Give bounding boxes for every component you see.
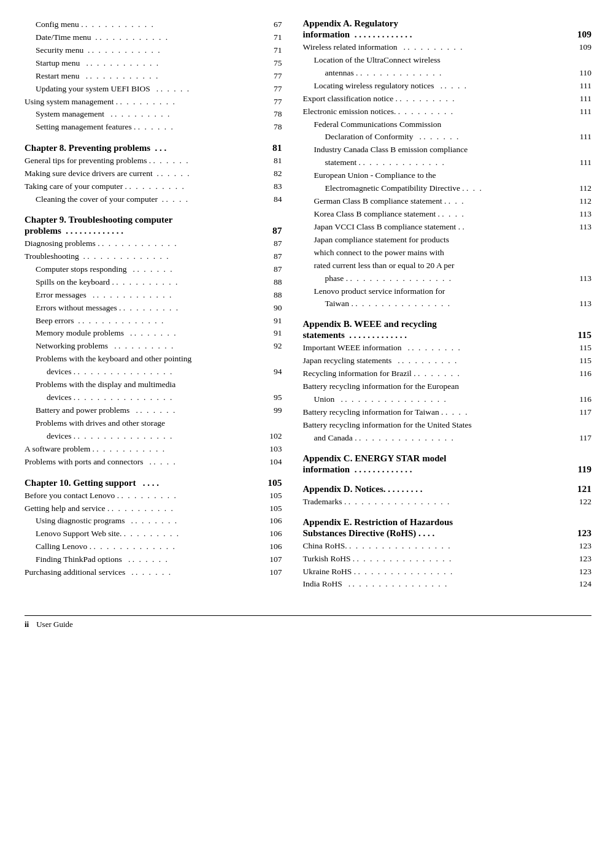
list-item: India RoHS . . . . . . . . . . . . . . .… bbox=[303, 578, 591, 591]
list-item: Important WEEE information . . . . . . .… bbox=[303, 342, 591, 355]
chapter-9-section: Chapter 9. Troubleshooting computer prob… bbox=[25, 215, 282, 469]
list-item: Startup menu . . . . . . . . . . . . 75 bbox=[25, 57, 282, 70]
list-item: Ukraine RoHS . . . . . . . . . . . . . .… bbox=[303, 566, 591, 578]
list-item: Problems with drives and other storage d… bbox=[25, 417, 282, 443]
export-classification-notice: Export classification notice . . . . . .… bbox=[303, 93, 591, 106]
list-item: Battery recycling information for the Eu… bbox=[303, 380, 591, 406]
appendix-c-section: Appendix C. ENERGY STAR model informatio… bbox=[303, 453, 591, 475]
list-item: Finding ThinkPad options . . . . . . . 1… bbox=[25, 553, 282, 566]
list-item: Lenovo product service information for T… bbox=[303, 285, 591, 311]
list-item: Battery and power problems . . . . . . .… bbox=[25, 404, 282, 417]
list-item: Restart menu . . . . . . . . . . . . 77 bbox=[25, 70, 282, 83]
list-item: Cleaning the cover of your computer . . … bbox=[25, 193, 282, 206]
list-item: Date/Time menu . . . . . . . . . . . . 7… bbox=[25, 31, 282, 44]
chapter-10-section: Chapter 10. Getting support . . . . 105 … bbox=[25, 477, 282, 579]
list-item: Recycling information for Brazil . . . .… bbox=[303, 367, 591, 380]
appendix-b-heading: Appendix B. WEEE and recycling statement… bbox=[303, 319, 591, 340]
list-item: Trademarks . . . . . . . . . . . . . . .… bbox=[303, 496, 591, 509]
list-item: Federal Communications Commission Declar… bbox=[303, 118, 591, 144]
chapter-10-heading: Chapter 10. Getting support . . . . 105 bbox=[25, 477, 282, 488]
appendix-a-heading: Appendix A. Regulatory information . . .… bbox=[303, 18, 591, 40]
list-item: Config menu . . . . . . . . . . . . 67 bbox=[25, 18, 282, 31]
list-item: Problems with ports and connectors . . .… bbox=[25, 456, 282, 469]
list-item: Locating wireless regulatory notices . .… bbox=[303, 80, 591, 93]
appendix-e-section: Appendix E. Restriction of Hazardous Sub… bbox=[303, 517, 591, 591]
list-item: Security menu . . . . . . . . . . . . 71 bbox=[25, 44, 282, 57]
list-item: Spills on the keyboard . . . . . . . . .… bbox=[25, 276, 282, 289]
list-item: Japan compliance statement for products … bbox=[303, 234, 591, 285]
list-item: Troubleshooting . . . . . . . . . . . . … bbox=[25, 250, 282, 263]
list-item: Battery recycling information for the Un… bbox=[303, 419, 591, 445]
list-item: Japan VCCI Class B compliance statement … bbox=[303, 221, 591, 234]
list-item: Networking problems . . . . . . . . . . … bbox=[25, 340, 282, 353]
page-footer: ii User Guide bbox=[25, 615, 591, 629]
list-item: A software problem . . . . . . . . . . .… bbox=[25, 443, 282, 456]
left-column: Config menu . . . . . . . . . . . . 67 D… bbox=[25, 18, 297, 591]
list-item: Wireless related information . . . . . .… bbox=[303, 41, 591, 54]
list-item: Electronic emission notices. . . . . . .… bbox=[303, 106, 591, 118]
list-item: Memory module problems . . . . . . . . 9… bbox=[25, 327, 282, 340]
initial-entries: Config menu . . . . . . . . . . . . 67 D… bbox=[25, 18, 282, 134]
list-item: System management . . . . . . . . . . 78 bbox=[25, 108, 282, 121]
list-item: China RoHS. . . . . . . . . . . . . . . … bbox=[303, 540, 591, 553]
page-container: Config menu . . . . . . . . . . . . 67 D… bbox=[25, 18, 591, 591]
list-item: Errors without messages . . . . . . . . … bbox=[25, 302, 282, 315]
footer-label: User Guide bbox=[36, 620, 73, 629]
list-item: Turkish RoHS . . . . . . . . . . . . . .… bbox=[303, 553, 591, 566]
list-item: Using system management . . . . . . . . … bbox=[25, 96, 282, 109]
list-item: Korea Class B compliance statement . . .… bbox=[303, 208, 591, 221]
list-item: Lenovo Support Web site. . . . . . . . .… bbox=[25, 528, 282, 540]
list-item: Location of the UltraConnect wireless an… bbox=[303, 54, 591, 80]
list-item: Taking care of your computer . . . . . .… bbox=[25, 180, 282, 193]
list-item: Setting management features . . . . . . … bbox=[25, 121, 282, 134]
list-item: Making sure device drivers are current .… bbox=[25, 167, 282, 180]
list-item: General tips for preventing problems . .… bbox=[25, 155, 282, 167]
list-item: Industry Canada Class B emission complia… bbox=[303, 144, 591, 169]
appendix-b-section: Appendix B. WEEE and recycling statement… bbox=[303, 319, 591, 444]
right-column: Appendix A. Regulatory information . . .… bbox=[297, 18, 591, 591]
appendix-d-heading: Appendix D. Notices. . . . . . . . . 121 bbox=[303, 483, 591, 494]
list-item: Problems with the display and multimedia… bbox=[25, 379, 282, 404]
list-item: Battery recycling information for Taiwan… bbox=[303, 406, 591, 419]
chapter-8-heading: Chapter 8. Preventing problems . . . 81 bbox=[25, 142, 282, 153]
list-item: Calling Lenovo . . . . . . . . . . . . .… bbox=[25, 540, 282, 553]
list-item: Updating your system UEFI BIOS . . . . .… bbox=[25, 83, 282, 96]
list-item: Purchasing additional services . . . . .… bbox=[25, 566, 282, 579]
appendix-e-heading: Appendix E. Restriction of Hazardous Sub… bbox=[303, 517, 591, 539]
appendix-d-section: Appendix D. Notices. . . . . . . . . 121… bbox=[303, 483, 591, 509]
footer-page-number: ii bbox=[25, 620, 29, 629]
list-item: German Class B compliance statement . . … bbox=[303, 195, 591, 208]
list-item: Error messages . . . . . . . . . . . . .… bbox=[25, 289, 282, 302]
chapter-8-section: Chapter 8. Preventing problems . . . 81 … bbox=[25, 142, 282, 206]
list-item: Problems with the keyboard and other poi… bbox=[25, 353, 282, 379]
list-item: European Union - Compliance to the Elect… bbox=[303, 169, 591, 195]
list-item: Using diagnostic programs . . . . . . . … bbox=[25, 515, 282, 528]
list-item: Japan recycling statements . . . . . . .… bbox=[303, 355, 591, 367]
appendix-c-heading: Appendix C. ENERGY STAR model informatio… bbox=[303, 453, 591, 475]
list-item: Before you contact Lenovo . . . . . . . … bbox=[25, 490, 282, 502]
list-item: Beep errors . . . . . . . . . . . . . . … bbox=[25, 315, 282, 328]
appendix-a-section: Appendix A. Regulatory information . . .… bbox=[303, 18, 591, 310]
list-item: Computer stops responding . . . . . . . … bbox=[25, 263, 282, 276]
chapter-9-heading: Chapter 9. Troubleshooting computer prob… bbox=[25, 215, 282, 236]
list-item: Getting help and service . . . . . . . .… bbox=[25, 502, 282, 515]
list-item: Diagnosing problems . . . . . . . . . . … bbox=[25, 237, 282, 250]
